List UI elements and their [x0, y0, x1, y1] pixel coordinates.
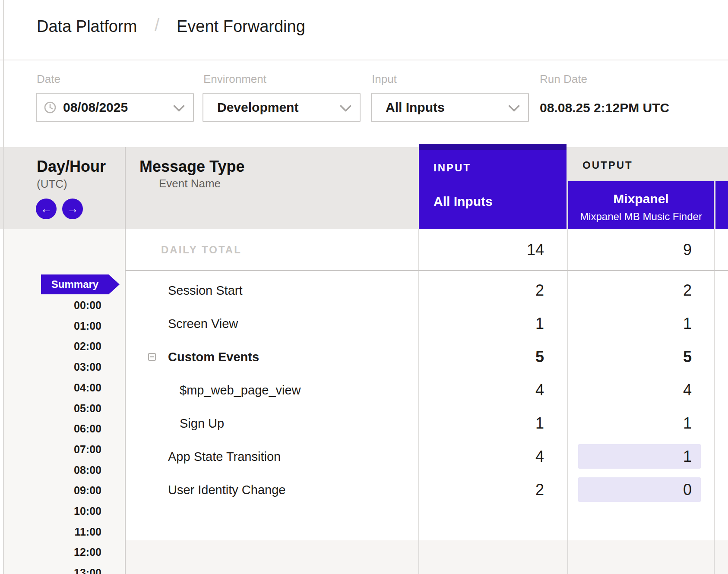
event-forwarding-page: Data Platform / Event Forwarding Date En…: [0, 0, 728, 574]
output-count-value: 1: [683, 315, 692, 333]
daily-total-output-count: 9: [568, 229, 714, 271]
output-destination-subtitle: Mixpanel MB Music Finder: [568, 211, 714, 223]
chevron-down-icon: [508, 105, 520, 114]
previous-day-button[interactable]: ←: [36, 199, 57, 219]
output-column-partial: [715, 181, 728, 229]
input-count: 1: [419, 307, 567, 340]
input-selected-name: All Inputs: [434, 194, 493, 209]
output-count: 1: [568, 407, 714, 440]
input-count: 1: [419, 407, 567, 440]
output-count-value: 1: [683, 414, 692, 432]
input-column-header: INPUT All Inputs: [419, 144, 567, 229]
hour-item[interactable]: 05:00: [0, 403, 101, 414]
summary-badge[interactable]: Summary: [41, 274, 120, 294]
input-count: 4: [419, 440, 567, 473]
chevron-down-icon: [173, 105, 185, 114]
output-count: 1: [568, 440, 714, 473]
output-count: 5: [568, 340, 714, 373]
highlight-cell: [578, 444, 701, 469]
table-row: Sign Up11: [0, 407, 728, 440]
hour-item[interactable]: 02:00: [0, 341, 101, 352]
table-row: User Identity Change20: [0, 473, 728, 506]
message-type-column-title: Message Type: [139, 158, 244, 176]
input-value: All Inputs: [386, 100, 445, 115]
daily-total-label: DAILY TOTAL: [161, 244, 242, 256]
row-divider: [125, 270, 728, 271]
table-row: $mp_web_page_view44: [0, 373, 728, 407]
daily-total-row: DAILY TOTAL 14 9: [125, 229, 728, 271]
input-count: 5: [419, 340, 567, 373]
hour-item[interactable]: 06:00: [0, 423, 101, 434]
table-row: Custom Events55: [0, 340, 728, 373]
input-filter-label: Input: [372, 73, 397, 86]
message-type-column-subtitle: Event Name: [159, 177, 221, 190]
output-count: 0: [568, 473, 714, 506]
next-day-button[interactable]: →: [62, 199, 83, 219]
hour-item[interactable]: 09:00: [0, 485, 101, 496]
input-count: 2: [419, 274, 567, 307]
highlight-cell: [578, 477, 701, 502]
hour-item[interactable]: 01:00: [0, 320, 101, 331]
daily-total-input-count: 14: [419, 229, 567, 271]
hour-item[interactable]: 00:00: [0, 300, 101, 311]
output-group-label: OUTPUT: [582, 159, 633, 171]
hour-item[interactable]: 10:00: [0, 505, 101, 517]
output-count-value: 1: [683, 448, 692, 466]
event-name: App State Transition: [168, 449, 281, 464]
output-count: 2: [568, 274, 714, 307]
date-dropdown[interactable]: 08/08/2025: [36, 93, 194, 122]
environment-value: Development: [217, 100, 298, 115]
minus-icon: [150, 356, 154, 357]
output-count-value: 4: [683, 381, 692, 399]
event-name: Session Start: [168, 283, 242, 297]
collapse-toggle-icon[interactable]: [148, 353, 156, 361]
hour-item[interactable]: 03:00: [0, 361, 101, 372]
top-bar: Data Platform / Event Forwarding: [0, 0, 728, 60]
date-filter-label: Date: [37, 73, 60, 86]
output-count-value: 2: [683, 281, 692, 300]
input-dropdown[interactable]: All Inputs: [371, 93, 529, 122]
event-name: User Identity Change: [168, 483, 285, 497]
run-date-value: 08.08.25 2:12PM UTC: [540, 101, 669, 115]
environment-filter-label: Environment: [203, 73, 266, 86]
input-count: 2: [419, 473, 567, 506]
breadcrumb-event-forwarding: Event Forwarding: [177, 18, 305, 35]
hour-item[interactable]: 12:00: [0, 546, 101, 558]
input-group-label: INPUT: [434, 162, 471, 174]
table-row: App State Transition41: [0, 440, 728, 473]
event-name: Sign Up: [180, 416, 224, 430]
chevron-down-icon: [340, 105, 351, 114]
hour-item[interactable]: 13:00: [0, 567, 101, 574]
table-row: Screen View11: [0, 307, 728, 340]
event-name: $mp_web_page_view: [180, 383, 301, 397]
output-count-value: 5: [683, 348, 692, 366]
date-value: 08/08/2025: [63, 100, 128, 115]
output-count: 1: [568, 307, 714, 340]
output-destination-name: Mixpanel: [568, 192, 714, 206]
input-count: 4: [419, 373, 567, 407]
run-date-label: Run Date: [540, 73, 587, 86]
hour-item[interactable]: 11:00: [0, 526, 101, 537]
event-name: Screen View: [168, 316, 238, 331]
clock-icon: [44, 101, 56, 114]
hour-item[interactable]: 04:00: [0, 382, 101, 393]
event-name: Custom Events: [168, 350, 259, 364]
empty-area: [125, 540, 728, 574]
output-count: 4: [568, 373, 714, 407]
hour-item[interactable]: 08:00: [0, 464, 101, 476]
output-column-header-mixpanel[interactable]: Mixpanel Mixpanel MB Music Finder: [568, 181, 714, 229]
breadcrumb-data-platform[interactable]: Data Platform: [37, 18, 137, 35]
environment-dropdown[interactable]: Development: [203, 93, 361, 122]
output-count-value: 0: [683, 481, 692, 499]
input-column-accent-strip: [419, 144, 567, 150]
breadcrumb-separator: /: [155, 16, 159, 34]
day-hour-column-subtitle: (UTC): [37, 177, 67, 191]
hour-item[interactable]: 07:00: [0, 444, 101, 455]
day-hour-column-title: Day/Hour: [37, 158, 106, 176]
